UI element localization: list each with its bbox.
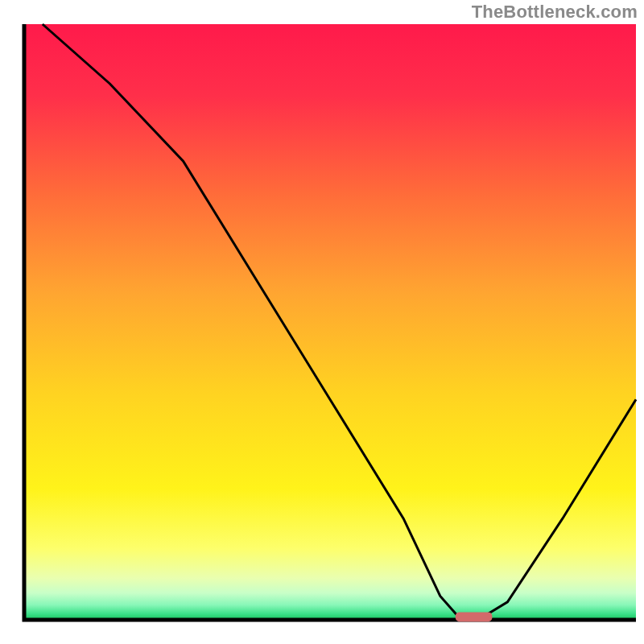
bottleneck-marker xyxy=(456,612,493,621)
chart-container: TheBottleneck.com xyxy=(0,0,644,644)
plot-background xyxy=(24,24,636,620)
bottleneck-chart xyxy=(0,0,644,644)
watermark-text: TheBottleneck.com xyxy=(472,2,638,23)
